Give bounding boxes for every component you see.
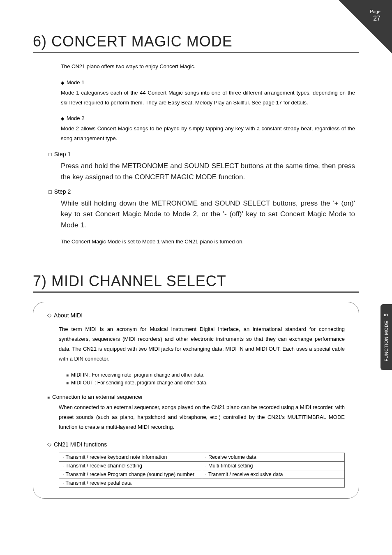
- table-cell: Receive volume data: [205, 454, 256, 460]
- midi-info-box: About MIDI The term MIDI is an acronym f…: [33, 302, 359, 499]
- table-cell: Transmit / receive channel setting: [62, 463, 142, 469]
- footer-rule: [33, 526, 359, 526]
- mode-2-label: Mode 2: [61, 115, 355, 121]
- table-row: Transmit / receive Program change (sound…: [59, 470, 345, 479]
- mode-1-text: Mode 1 categorises each of the 44 Concer…: [61, 88, 355, 108]
- table-cell: Transmit / receive keyboard note informa…: [62, 454, 167, 460]
- page-label: Page: [370, 9, 380, 14]
- section-6-title: 6) CONCERT MAGIC MODE: [33, 33, 359, 53]
- side-tab: FUNCTION MODE 5: [380, 304, 392, 370]
- svg-marker-0: [339, 0, 392, 53]
- table-cell: Transmit / receive Program change (sound…: [62, 472, 194, 477]
- step-1-text: Press and hold the METRONOME and SOUND S…: [48, 161, 355, 183]
- section-6-intro: The CN21 piano offers two ways to enjoy …: [61, 62, 355, 71]
- midi-functions-table: Transmit / receive keyboard note informa…: [59, 453, 345, 488]
- page-corner-tab: Page 27: [339, 0, 392, 53]
- midi-in-line: MIDI IN : For receiving note, program ch…: [47, 371, 345, 379]
- about-midi-body: The term MIDI is an acronym for Musical …: [47, 324, 345, 364]
- connection-heading: Connection to an external sequencer: [47, 394, 345, 400]
- table-row: Transmit / receive keyboard note informa…: [59, 453, 345, 461]
- page-number: 27: [373, 15, 380, 22]
- step-1-label: Step 1: [48, 151, 355, 157]
- table-row: Transmit / receive pedal data: [59, 479, 345, 487]
- table-cell: Multi-timbral setting: [205, 463, 253, 469]
- mode-2-text: Mode 2 allows Concert Magic songs to be …: [61, 124, 355, 143]
- table-cell: [202, 479, 345, 487]
- section-7-title: 7) MIDI CHANNEL SELECT: [33, 273, 359, 293]
- step-2-label: Step 2: [48, 188, 355, 195]
- side-tab-text: FUNCTION MODE: [384, 320, 389, 361]
- midi-functions-heading: CN21 MIDI functions: [47, 441, 345, 448]
- step-2-text: While still holding down the METRONOME a…: [48, 198, 355, 231]
- table-cell: Transmit / receive pedal data: [62, 480, 131, 486]
- section-6-footnote: The Concert Magic Mode is set to Mode 1 …: [61, 237, 355, 246]
- table-cell: Transmit / receive exclusive data: [205, 472, 283, 477]
- midi-out-line: MIDI OUT : For sending note, program cha…: [47, 379, 345, 387]
- about-midi-heading: About MIDI: [47, 312, 345, 319]
- side-tab-chapter: 5: [383, 313, 390, 316]
- mode-1-label: Mode 1: [61, 79, 355, 86]
- table-row: Transmit / receive channel setting Multi…: [59, 461, 345, 470]
- connection-body: When connected to an external sequencer,…: [47, 402, 345, 432]
